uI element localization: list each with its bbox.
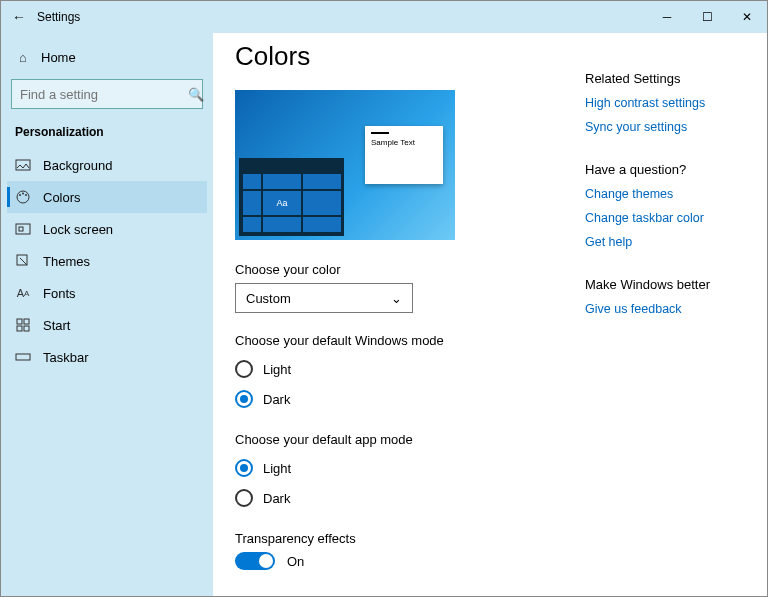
color-preview: Aa Sample Text xyxy=(235,90,455,240)
sidebar-item-colors[interactable]: Colors xyxy=(7,181,207,213)
sidebar-item-themes[interactable]: Themes xyxy=(7,245,207,277)
sidebar-item-label: Themes xyxy=(43,254,90,269)
themes-icon xyxy=(15,253,31,269)
app-mode-light[interactable]: Light xyxy=(235,453,565,483)
radio-icon xyxy=(235,489,253,507)
svg-point-4 xyxy=(25,194,27,196)
home-icon: ⌂ xyxy=(15,49,31,65)
app-mode-label: Choose your default app mode xyxy=(235,432,565,447)
app-mode-dark[interactable]: Dark xyxy=(235,483,565,513)
color-mode-value: Custom xyxy=(246,291,291,306)
question-heading: Have a question? xyxy=(585,162,745,177)
svg-rect-9 xyxy=(24,319,29,324)
better-heading: Make Windows better xyxy=(585,277,745,292)
chevron-down-icon: ⌄ xyxy=(391,291,402,306)
color-mode-select[interactable]: Custom ⌄ xyxy=(235,283,413,313)
home-label: Home xyxy=(41,50,76,65)
search-icon: 🔍 xyxy=(188,86,204,102)
radio-icon xyxy=(235,360,253,378)
svg-rect-6 xyxy=(19,227,23,231)
transparency-toggle[interactable] xyxy=(235,552,275,570)
windows-mode-label: Choose your default Windows mode xyxy=(235,333,565,348)
svg-point-3 xyxy=(22,193,24,195)
sidebar-item-background[interactable]: Background xyxy=(7,149,207,181)
window-title: Settings xyxy=(37,10,80,24)
link-give-feedback[interactable]: Give us feedback xyxy=(585,302,745,316)
home-link[interactable]: ⌂ Home xyxy=(7,43,207,71)
windows-mode-dark[interactable]: Dark xyxy=(235,384,565,414)
preview-aa: Aa xyxy=(263,191,301,216)
transparency-label: Transparency effects xyxy=(235,531,565,546)
related-settings-heading: Related Settings xyxy=(585,71,745,86)
transparency-state: On xyxy=(287,554,304,569)
close-button[interactable]: ✕ xyxy=(727,10,767,24)
search-input[interactable] xyxy=(20,87,188,102)
preview-sample-window: Sample Text xyxy=(365,126,443,184)
windows-mode-light[interactable]: Light xyxy=(235,354,565,384)
svg-rect-11 xyxy=(24,326,29,331)
picture-icon xyxy=(15,157,31,173)
preview-start-menu: Aa xyxy=(243,174,341,232)
taskbar-icon xyxy=(15,349,31,365)
settings-window: ← Settings ─ ☐ ✕ ⌂ Home 🔍 Personalizatio… xyxy=(1,1,767,596)
lock-screen-icon xyxy=(15,221,31,237)
main-content: Colors Aa Sample Text Choose your color xyxy=(235,41,565,576)
sidebar-item-label: Lock screen xyxy=(43,222,113,237)
sidebar-item-taskbar[interactable]: Taskbar xyxy=(7,341,207,373)
radio-label: Dark xyxy=(263,392,290,407)
svg-point-2 xyxy=(19,194,21,196)
sidebar-item-label: Colors xyxy=(43,190,81,205)
accent-heading: Choose your accent color xyxy=(235,594,565,596)
maximize-button[interactable]: ☐ xyxy=(687,10,727,24)
svg-rect-10 xyxy=(17,326,22,331)
svg-rect-12 xyxy=(16,354,30,360)
choose-color-label: Choose your color xyxy=(235,262,565,277)
link-change-taskbar-color[interactable]: Change taskbar color xyxy=(585,211,745,225)
sidebar-item-label: Fonts xyxy=(43,286,76,301)
windows-mode-group: Light Dark xyxy=(235,354,565,414)
sidebar-item-label: Start xyxy=(43,318,70,333)
sidebar: ⌂ Home 🔍 Personalization Background Colo… xyxy=(1,33,213,596)
start-icon xyxy=(15,317,31,333)
sidebar-item-lock-screen[interactable]: Lock screen xyxy=(7,213,207,245)
sidebar-item-fonts[interactable]: AA Fonts xyxy=(7,277,207,309)
radio-icon xyxy=(235,390,253,408)
radio-icon xyxy=(235,459,253,477)
radio-label: Dark xyxy=(263,491,290,506)
radio-label: Light xyxy=(263,461,291,476)
link-change-themes[interactable]: Change themes xyxy=(585,187,745,201)
app-mode-group: Light Dark xyxy=(235,453,565,513)
fonts-icon: AA xyxy=(15,285,31,301)
titlebar: ← Settings ─ ☐ ✕ xyxy=(1,1,767,33)
palette-icon xyxy=(15,189,31,205)
radio-label: Light xyxy=(263,362,291,377)
section-label: Personalization xyxy=(7,123,207,149)
right-panel: Related Settings High contrast settings … xyxy=(565,41,745,576)
back-button[interactable]: ← xyxy=(1,9,37,25)
page-title: Colors xyxy=(235,41,565,72)
sidebar-item-label: Background xyxy=(43,158,112,173)
link-get-help[interactable]: Get help xyxy=(585,235,745,249)
search-box[interactable]: 🔍 xyxy=(11,79,203,109)
sidebar-item-start[interactable]: Start xyxy=(7,309,207,341)
sidebar-item-label: Taskbar xyxy=(43,350,89,365)
svg-rect-8 xyxy=(17,319,22,324)
minimize-button[interactable]: ─ xyxy=(647,10,687,24)
preview-sample-text: Sample Text xyxy=(371,138,415,147)
link-high-contrast[interactable]: High contrast settings xyxy=(585,96,745,110)
link-sync-settings[interactable]: Sync your settings xyxy=(585,120,745,134)
